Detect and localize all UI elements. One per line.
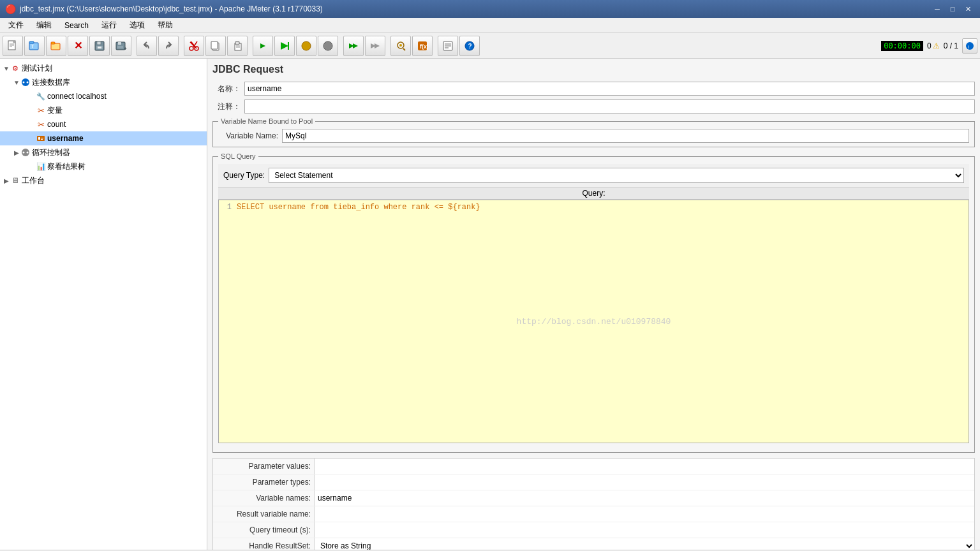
expand-icon-view-results: ▶ <box>28 163 36 170</box>
connect-localhost-icon: 🔧 <box>36 91 46 101</box>
handle-resultset-label: Handle ResultSet: <box>213 538 315 550</box>
result-var-input[interactable] <box>315 507 974 521</box>
menu-search[interactable]: Search <box>59 19 94 32</box>
sql-editor-border: 1 SELECT username from tieba_info where … <box>218 200 969 443</box>
handle-resultset-select[interactable]: Store as String Store as Object Count Re… <box>315 538 974 550</box>
param-types-input[interactable] <box>315 475 974 489</box>
jdbc-request-panel: JDBC Request 名称： 注释： Variable Name Bound… <box>207 59 980 550</box>
redo-button[interactable] <box>158 36 179 56</box>
copy-button[interactable] <box>205 36 226 56</box>
new-button[interactable] <box>3 36 23 56</box>
log-viewer-button[interactable] <box>438 36 458 56</box>
cut-button[interactable] <box>184 36 204 56</box>
query-type-select[interactable]: Select Statement Update Statement Insert… <box>269 168 964 183</box>
variable-name-input[interactable] <box>282 129 969 143</box>
svg-marker-32 <box>260 43 265 48</box>
tree-item-count[interactable]: ▶ ✂ count <box>0 117 207 131</box>
line-number-1: 1 <box>221 203 237 212</box>
query-timeout-row: Query timeout (s): <box>213 522 974 538</box>
tree-label-connect-db: 连接数据库 <box>32 77 70 88</box>
var-names-label: Variable names: <box>213 490 315 506</box>
expand-icon-connect-db[interactable]: ▼ <box>13 79 20 86</box>
handle-resultset-row: Handle ResultSet: Store as String Store … <box>213 538 974 550</box>
revert-button[interactable] <box>137 36 157 56</box>
svg-marker-38 <box>353 43 358 48</box>
sql-code-editor[interactable]: 1 SELECT username from tieba_info where … <box>219 200 969 443</box>
svg-rect-11 <box>97 41 101 45</box>
menu-file[interactable]: 文件 <box>3 18 29 33</box>
menu-help[interactable]: 帮助 <box>152 18 179 33</box>
name-label: 名称： <box>212 84 244 94</box>
warning-icon: ⚠ <box>933 41 940 50</box>
param-values-input[interactable] <box>315 459 974 473</box>
svg-text:T: T <box>31 44 34 48</box>
stop-button[interactable] <box>296 36 316 56</box>
expand-icon-loop-ctrl[interactable]: ▶ <box>13 149 20 156</box>
toggle-log-button[interactable]: i <box>962 38 977 54</box>
tree-item-view-results[interactable]: ▶ 📊 察看结果树 <box>0 159 207 173</box>
help-button[interactable]: ? <box>459 36 480 56</box>
progress-display: 0 / 1 <box>944 41 958 50</box>
tree-label-view-results: 察看结果树 <box>47 161 85 172</box>
var-names-row: Variable names: <box>213 490 974 506</box>
query-area-header: Query: <box>218 187 969 200</box>
sql-query-section: SQL Query Query Type: Select Statement U… <box>212 152 975 453</box>
query-timeout-input[interactable] <box>315 523 974 537</box>
tree-label-username: username <box>47 134 84 143</box>
expand-icon-test-plan[interactable]: ▼ <box>3 65 10 72</box>
comment-input[interactable] <box>244 99 975 114</box>
paste-button[interactable] <box>227 36 248 56</box>
sql-editor-scroll[interactable]: 1 SELECT username from tieba_info where … <box>219 200 969 443</box>
open-template-button[interactable]: T <box>24 36 45 56</box>
open-button[interactable] <box>46 36 66 56</box>
variable-pool-section: Variable Name Bound to Pool Variable Nam… <box>212 117 975 147</box>
analyze-button[interactable] <box>390 36 411 56</box>
editor-watermark: http://blog.csdn.net/u010978840 <box>517 317 671 327</box>
warning-count: 0 ⚠ <box>927 41 940 50</box>
remote-start-all-button[interactable] <box>343 36 364 56</box>
start-no-pauses-button[interactable] <box>274 36 295 56</box>
remote-stop-all-button[interactable] <box>365 36 385 56</box>
view-results-icon: 📊 <box>36 161 46 172</box>
menu-bar: 文件 编辑 Search 运行 选项 帮助 <box>0 18 980 33</box>
save-button[interactable] <box>89 36 110 56</box>
tree-item-test-plan[interactable]: ▼ ⚙ 测试计划 <box>0 61 207 75</box>
maximize-button[interactable]: □ <box>946 3 960 15</box>
tree-item-connect-localhost[interactable]: ▶ 🔧 connect localhost <box>0 89 207 103</box>
query-type-label: Query Type: <box>223 171 265 180</box>
expand-all-button[interactable] <box>253 36 273 56</box>
close-button[interactable]: ✕ <box>961 3 975 15</box>
result-var-row: Result variable name: <box>213 506 974 522</box>
expand-icon-variables: ▶ <box>28 107 36 114</box>
svg-rect-29 <box>235 41 239 45</box>
svg-rect-27 <box>211 41 218 49</box>
param-types-label: Parameter types: <box>213 474 315 490</box>
tree-item-connect-db[interactable]: ▼ 连接数据库 <box>0 75 207 89</box>
tree-item-variables[interactable]: ▶ ✂ 变量 <box>0 103 207 117</box>
svg-point-63 <box>27 152 29 154</box>
name-input[interactable] <box>244 82 975 96</box>
panel-title: JDBC Request <box>212 64 975 75</box>
tree-item-username[interactable]: ▶ username <box>0 131 207 145</box>
menu-options[interactable]: 选项 <box>124 18 151 33</box>
minimize-button[interactable]: ─ <box>930 3 944 15</box>
shutdown-button[interactable] <box>318 36 338 56</box>
tree-label-count: count <box>47 120 66 129</box>
svg-marker-33 <box>281 42 288 50</box>
svg-rect-6 <box>29 41 34 43</box>
expand-icon-username: ▶ <box>28 135 36 142</box>
tree-label-connect-localhost: connect localhost <box>47 92 107 101</box>
var-names-input[interactable] <box>315 491 974 505</box>
close-test-button[interactable]: ✕ <box>68 36 88 56</box>
tree-item-workbench[interactable]: ▶ 🖥 工作台 <box>0 173 207 187</box>
title-bar: 🔴 jdbc_test.jmx (C:\Users\slowchen\Deskt… <box>0 0 980 18</box>
variable-name-label: Variable Name: <box>218 131 282 140</box>
save-all-button[interactable]: + <box>111 36 131 56</box>
svg-marker-40 <box>375 43 380 48</box>
menu-run[interactable]: 运行 <box>96 18 122 33</box>
menu-edit[interactable]: 编辑 <box>31 18 57 33</box>
tree-item-loop-ctrl[interactable]: ▶ 循环控制器 <box>0 145 207 159</box>
functions-button[interactable]: f(x) <box>412 36 433 56</box>
connect-db-icon <box>20 77 31 87</box>
expand-icon-workbench[interactable]: ▶ <box>3 177 10 184</box>
